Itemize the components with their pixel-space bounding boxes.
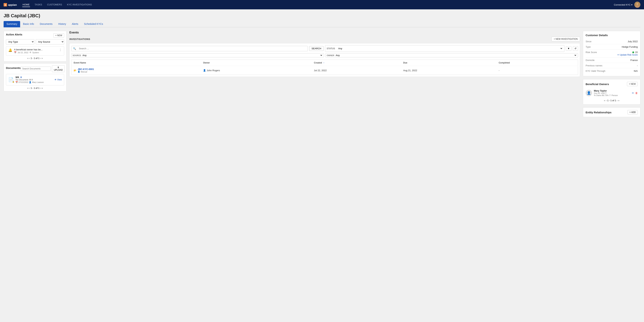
owners-last-page[interactable]: » bbox=[618, 99, 620, 102]
source-select[interactable]: Any bbox=[82, 54, 323, 57]
beneficial-owners-new-button[interactable]: + NEW bbox=[627, 82, 638, 86]
cd-prev-names-value: - bbox=[637, 64, 638, 67]
tab-history[interactable]: History bbox=[55, 21, 69, 27]
owner-label: OWNER bbox=[327, 54, 334, 57]
left-column: Active Alerts + NEW Any Type Any Source … bbox=[4, 31, 66, 117]
row-created: Jul 22, 2022 bbox=[312, 66, 401, 75]
row-due: Aug 21, 2022 bbox=[401, 66, 496, 75]
alerts-filters: Any Type Any Source bbox=[6, 39, 64, 45]
cd-kyc-valid-row: KYC Valid Through N/A bbox=[586, 68, 638, 74]
inv-search-input[interactable] bbox=[78, 46, 308, 51]
col-event-name: Event Name bbox=[72, 60, 201, 66]
document-view-button[interactable]: 👁 View bbox=[54, 78, 62, 81]
alerts-header: Active Alerts + NEW bbox=[6, 33, 64, 38]
investigations-label: INVESTIGATIONS bbox=[69, 38, 90, 41]
eye-icon: 👁 bbox=[54, 78, 56, 81]
new-investigation-button[interactable]: + NEW INVESTIGATION bbox=[552, 37, 580, 41]
risk-score-value: 20 bbox=[632, 51, 638, 54]
cd-risk-row: Risk Score 20 ✏ Update Risk Score bbox=[586, 50, 638, 58]
alerts-panel: Active Alerts + NEW Any Type Any Source … bbox=[4, 31, 66, 62]
docs-next-page[interactable]: › bbox=[40, 87, 41, 89]
entity-relationships-title: Entity Relationships bbox=[586, 111, 612, 114]
alert-content: A beneficial owner has be... 📅 Jul 22, 2… bbox=[14, 48, 57, 54]
entity-relationships-header: Entity Relationships + ADD bbox=[586, 110, 638, 114]
refresh-button[interactable]: ↺ bbox=[573, 46, 578, 51]
col-created: Created ↑ bbox=[312, 60, 401, 66]
owner-avatar: 👤 bbox=[586, 90, 592, 96]
investigation-link[interactable]: JBC-KYC-0001 bbox=[78, 68, 94, 71]
cd-kyc-valid-value: N/A bbox=[634, 70, 638, 72]
download-icon[interactable]: ⬇ bbox=[20, 76, 22, 79]
docs-first-page[interactable]: « bbox=[27, 87, 28, 89]
doc-date: 07/22/2022 bbox=[18, 81, 28, 83]
status-group: STATUS Any bbox=[325, 45, 564, 52]
docs-prev-page[interactable]: ‹ bbox=[29, 87, 30, 89]
alert-text: A beneficial owner has be... bbox=[14, 48, 57, 51]
alerts-new-button[interactable]: + NEW bbox=[53, 33, 64, 38]
edit-owner-button[interactable]: ✏ bbox=[632, 92, 634, 94]
documents-upload-button[interactable]: ⬆ UPLOAD bbox=[52, 65, 65, 72]
alerts-last-page[interactable]: » bbox=[42, 57, 43, 60]
svg-point-1 bbox=[636, 3, 638, 5]
alerts-next-page[interactable]: › bbox=[40, 57, 41, 60]
cd-since-value: July 2022 bbox=[628, 40, 638, 43]
owners-prev-page[interactable]: ‹ bbox=[606, 99, 606, 102]
alerts-first-page[interactable]: « bbox=[27, 57, 28, 60]
owner-card: 👤 Mary Taylor Gov ID: 43477 % Owns 88.73… bbox=[586, 88, 638, 98]
table-header-row: Event Name Owner Created ↑ Due Completed bbox=[72, 60, 578, 66]
nav-kyc-investigations[interactable]: KYC INVESTIGATIONS bbox=[67, 3, 92, 7]
delete-owner-button[interactable]: 🗑 bbox=[635, 92, 638, 94]
row-owner: 👤 John Rogers bbox=[201, 66, 312, 75]
inv-search-button[interactable]: SEARCH bbox=[309, 46, 324, 51]
risk-dot bbox=[632, 52, 634, 53]
col-owner: Owner bbox=[201, 60, 312, 66]
documents-header: Documents ⬆ UPLOAD bbox=[6, 65, 64, 72]
entity-relationships-add-button[interactable]: + ADD bbox=[628, 110, 638, 114]
tab-scheduled-kycs[interactable]: Scheduled KYCs bbox=[81, 21, 106, 27]
alerts-source-filter[interactable]: Any Source bbox=[36, 39, 64, 45]
owner-name: Mary Taylor bbox=[594, 89, 630, 92]
owners-first-page[interactable]: « bbox=[604, 99, 605, 102]
appian-logo-icon: a bbox=[4, 3, 7, 7]
connected-kyc-label[interactable]: Connected KYC ▾ bbox=[614, 4, 632, 6]
owners-next-page[interactable]: › bbox=[617, 99, 618, 102]
filter-icon-button[interactable]: ▼ bbox=[566, 46, 572, 51]
tab-alerts[interactable]: Alerts bbox=[69, 21, 81, 27]
nav-home[interactable]: HOME bbox=[22, 3, 30, 7]
tab-documents[interactable]: Documents bbox=[37, 21, 55, 27]
entity-relationships-panel: Entity Relationships + ADD bbox=[583, 107, 640, 117]
calendar-icon: 📅 bbox=[14, 51, 16, 54]
tab-summary[interactable]: Summary bbox=[4, 21, 20, 27]
person-icon: 👤 bbox=[78, 71, 80, 73]
nav-tasks[interactable]: TASKS bbox=[34, 3, 42, 7]
status-select[interactable]: Any bbox=[336, 46, 563, 51]
main-layout: Active Alerts + NEW Any Type Any Source … bbox=[4, 31, 640, 117]
alert-menu-icon[interactable]: ⋮ bbox=[59, 48, 62, 52]
cd-domicile-row: Domicile France bbox=[586, 58, 638, 63]
documents-pagination: « ‹ 1 - 1 of 1 › » bbox=[6, 87, 64, 89]
bell-icon: 🔔 bbox=[8, 48, 12, 52]
search-icon: 🔍 bbox=[72, 46, 78, 51]
beneficial-owners-pagination: « ‹ 1 - 1 of 1 › » bbox=[586, 99, 638, 102]
person-icon: 👤 bbox=[587, 91, 591, 95]
owner-select[interactable]: Any bbox=[335, 54, 577, 57]
nav-customers[interactable]: CUSTOMERS bbox=[47, 3, 62, 7]
nav-right: Connected KYC ▾ bbox=[614, 2, 640, 8]
navigation: a appian HOME TASKS CUSTOMERS KYC INVEST… bbox=[0, 0, 644, 9]
gear-icon: ⚙ bbox=[30, 51, 31, 54]
page-content: JB Capital (JBC) Summary Basic Info Docu… bbox=[0, 9, 644, 121]
beneficial-owners-header: Beneficial Owners + NEW bbox=[586, 82, 638, 86]
sort-icon: ↑ bbox=[323, 62, 324, 64]
alerts-type-filter[interactable]: Any Type bbox=[6, 39, 34, 45]
cd-since-label: Since bbox=[586, 40, 592, 43]
beneficial-owners-title: Beneficial Owners bbox=[586, 83, 609, 86]
owner-info: Mary Taylor Gov ID: 43477 % Owns 88.73% … bbox=[594, 89, 630, 96]
tab-basic-info[interactable]: Basic Info bbox=[20, 21, 37, 27]
docs-last-page[interactable]: » bbox=[42, 87, 43, 89]
documents-search-input[interactable] bbox=[21, 67, 51, 71]
col-due: Due bbox=[401, 60, 496, 66]
document-icon: 📄 🔒 bbox=[8, 77, 14, 82]
alert-card: 🔔 A beneficial owner has be... 📅 Jul 22,… bbox=[6, 46, 64, 56]
update-risk-link[interactable]: ✏ Update Risk Score bbox=[586, 54, 638, 56]
alerts-prev-page[interactable]: ‹ bbox=[29, 57, 30, 60]
